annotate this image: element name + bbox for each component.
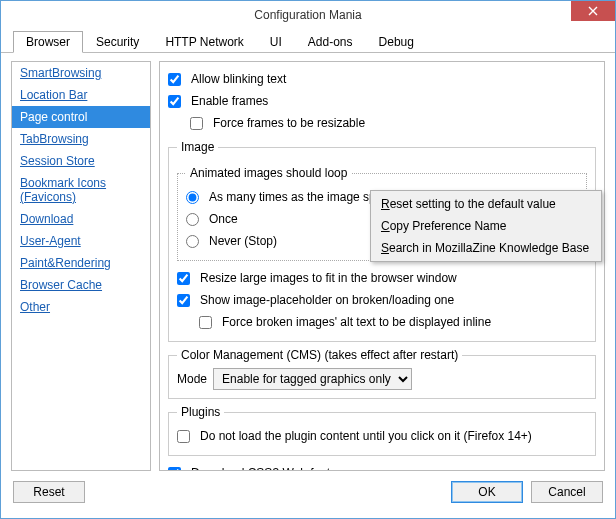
cms-mode-label: Mode — [177, 372, 207, 386]
loop-as-specified-radio[interactable] — [186, 191, 199, 204]
enable-frames-checkbox[interactable] — [168, 95, 181, 108]
plugins-legend: Plugins — [177, 405, 224, 419]
plugins-noload-checkbox[interactable] — [177, 430, 190, 443]
enable-frames-label: Enable frames — [191, 94, 268, 108]
cms-legend: Color Management (CMS) (takes effect aft… — [177, 348, 462, 362]
context-reset-default-text: eset setting to the default value — [390, 197, 556, 211]
settings-panel[interactable]: Allow blinking text Enable frames Force … — [159, 61, 605, 471]
force-alt-inline-label: Force broken images' alt text to be disp… — [222, 315, 491, 329]
main-tabs: Browser Security HTTP Network UI Add-ons… — [1, 29, 615, 53]
tab-ui[interactable]: UI — [257, 31, 295, 52]
reset-button[interactable]: Reset — [13, 481, 85, 503]
show-placeholder-checkbox[interactable] — [177, 294, 190, 307]
tab-http-network[interactable]: HTTP Network — [152, 31, 256, 52]
window-close-button[interactable] — [571, 1, 615, 21]
resize-large-label: Resize large images to fit in the browse… — [200, 271, 457, 285]
context-copy-pref-name-text: opy Preference Name — [390, 219, 507, 233]
context-copy-pref-name[interactable]: Copy Preference Name — [371, 215, 601, 237]
cms-mode-select[interactable]: Enable for tagged graphics only — [213, 368, 412, 390]
sidebar[interactable]: SmartBrowsing Location Bar Page control … — [11, 61, 151, 471]
sidebar-item-smartbrowsing[interactable]: SmartBrowsing — [12, 62, 150, 84]
loop-once-label: Once — [209, 212, 238, 226]
plugins-noload-label: Do not load the plugin content until you… — [200, 429, 532, 443]
tab-browser[interactable]: Browser — [13, 31, 83, 53]
css3-webfonts-checkbox[interactable] — [168, 467, 181, 472]
sidebar-item-user-agent[interactable]: User-Agent — [12, 230, 150, 252]
sidebar-item-download[interactable]: Download — [12, 208, 150, 230]
allow-blinking-checkbox[interactable] — [168, 73, 181, 86]
window-title: Configuration Mania — [254, 8, 361, 22]
allow-blinking-label: Allow blinking text — [191, 72, 286, 86]
sidebar-item-paint-rendering[interactable]: Paint&Rendering — [12, 252, 150, 274]
tab-security[interactable]: Security — [83, 31, 152, 52]
force-resizable-label: Force frames to be resizable — [213, 116, 365, 130]
dialog-footer: Reset OK Cancel — [1, 471, 615, 513]
cancel-button[interactable]: Cancel — [531, 481, 603, 503]
sidebar-item-location-bar[interactable]: Location Bar — [12, 84, 150, 106]
loop-never-radio[interactable] — [186, 235, 199, 248]
context-reset-default[interactable]: Reset setting to the default value — [371, 193, 601, 215]
sidebar-item-other[interactable]: Other — [12, 296, 150, 318]
sidebar-item-bookmark-icons[interactable]: Bookmark Icons (Favicons) — [12, 172, 150, 208]
force-resizable-checkbox[interactable] — [190, 117, 203, 130]
close-icon — [588, 6, 598, 16]
sidebar-item-browser-cache[interactable]: Browser Cache — [12, 274, 150, 296]
context-search-mozillazine-text: earch in MozillaZine Knowledge Base — [389, 241, 589, 255]
resize-large-checkbox[interactable] — [177, 272, 190, 285]
loop-never-label: Never (Stop) — [209, 234, 277, 248]
image-legend: Image — [177, 140, 218, 154]
css3-webfonts-label: Download CSS3 Web fonts — [191, 466, 336, 471]
context-menu: Reset setting to the default value Copy … — [370, 190, 602, 262]
show-placeholder-label: Show image-placeholder on broken/loading… — [200, 293, 454, 307]
sidebar-item-session-store[interactable]: Session Store — [12, 150, 150, 172]
loop-once-radio[interactable] — [186, 213, 199, 226]
plugins-group: Plugins Do not load the plugin content u… — [168, 405, 596, 456]
ok-button[interactable]: OK — [451, 481, 523, 503]
tab-debug[interactable]: Debug — [366, 31, 427, 52]
sidebar-item-page-control[interactable]: Page control — [12, 106, 150, 128]
title-bar: Configuration Mania — [1, 1, 615, 29]
force-alt-inline-checkbox[interactable] — [199, 316, 212, 329]
tab-addons[interactable]: Add-ons — [295, 31, 366, 52]
cms-group: Color Management (CMS) (takes effect aft… — [168, 348, 596, 399]
animated-loop-legend: Animated images should loop — [186, 166, 351, 180]
context-search-mozillazine[interactable]: Search in MozillaZine Knowledge Base — [371, 237, 601, 259]
sidebar-item-tabbrowsing[interactable]: TabBrowsing — [12, 128, 150, 150]
